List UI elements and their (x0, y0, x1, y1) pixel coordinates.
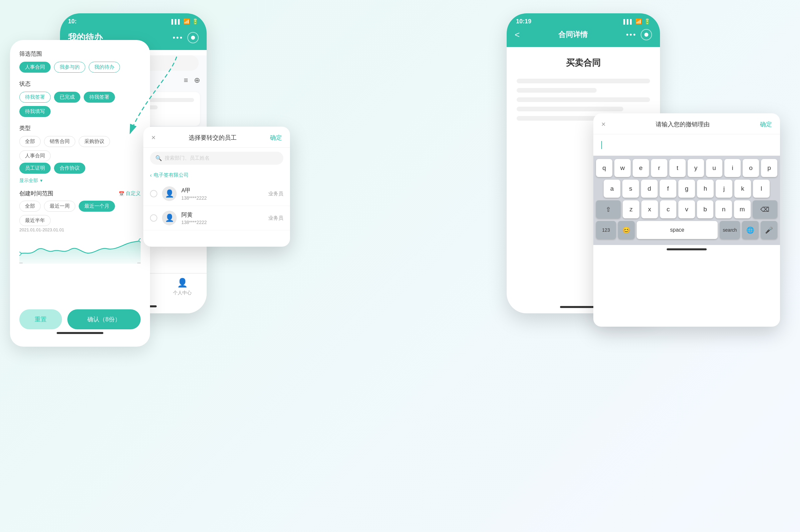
keyboard-close-button[interactable]: × (601, 120, 606, 129)
key-o[interactable]: o (743, 159, 759, 177)
status-time: 10: (68, 18, 77, 25)
key-m[interactable]: m (734, 200, 751, 218)
sort-icon[interactable]: ≡ (184, 76, 188, 85)
key-a[interactable]: a (604, 180, 620, 198)
key-q[interactable]: q (596, 159, 612, 177)
tag-personnel[interactable]: 人事合同 (19, 62, 51, 73)
more-icon[interactable]: ••• (173, 33, 183, 42)
wifi-icon-2: 📶 (635, 18, 642, 25)
company-row[interactable]: ‹ 电子签有限公司 (143, 169, 290, 182)
key-g[interactable]: g (678, 180, 695, 198)
time-custom-link[interactable]: 📅 自定义 (119, 190, 141, 197)
tag-purchase[interactable]: 采购协议 (79, 136, 110, 147)
filter-type-label: 类型 (19, 124, 141, 132)
key-u[interactable]: u (706, 159, 722, 177)
time-month[interactable]: 最近一个月 (79, 201, 115, 212)
employee-select-modal: × 选择要转交的员工 确定 🔍 搜索部门、员工姓名 ‹ 电子签有限公司 👤 A甲… (143, 127, 290, 247)
key-l[interactable]: l (753, 180, 770, 198)
employee-phone-1: 138****2222 (181, 195, 264, 201)
tag-coop[interactable]: 合作协议 (54, 163, 85, 174)
modal-confirm-button[interactable]: 确定 (270, 134, 282, 142)
employee-search-bar[interactable]: 🔍 搜索部门、员工姓名 (150, 152, 283, 165)
employee-name-1: A甲 (181, 187, 264, 194)
keyboard-row-1: q w e r t y u i o p (596, 159, 777, 177)
contract-record-icon[interactable] (641, 29, 652, 40)
employee-radio-2[interactable] (150, 214, 157, 222)
key-globe[interactable]: 🌐 (742, 221, 759, 239)
modal-title: 选择要转交的员工 (189, 134, 237, 142)
contract-time: 10:19 (516, 18, 531, 25)
key-i[interactable]: i (724, 159, 741, 177)
key-b[interactable]: b (697, 200, 714, 218)
keyboard-title: 请输入您的撤销理由 (656, 120, 710, 128)
key-space[interactable]: space (637, 221, 718, 239)
battery-icon-2: 🔋 (644, 18, 651, 25)
employee-radio-1[interactable] (150, 190, 157, 197)
show-all-link[interactable]: 显示全部 ▼ (19, 178, 141, 184)
key-n[interactable]: n (715, 200, 732, 218)
profile-icon: 👤 (177, 278, 188, 288)
text-input-area[interactable] (593, 134, 780, 156)
search-icon-modal: 🔍 (155, 155, 162, 162)
key-p[interactable]: p (761, 159, 777, 177)
svg-point-1 (139, 239, 141, 242)
key-123[interactable]: 123 (596, 221, 616, 239)
employee-modal-header: × 选择要转交的员工 确定 (143, 127, 290, 148)
contract-more-icon[interactable]: ••• (626, 30, 637, 39)
reset-button[interactable]: 重置 (19, 309, 62, 329)
filter-panel-phone: 筛选范围 人事合同 我参与的 我的待办 状态 待我签署 已完成 待我签署 待我填… (10, 40, 150, 347)
filter-icon[interactable]: ⊕ (194, 76, 200, 85)
key-s[interactable]: s (622, 180, 639, 198)
contract-nav-bar: < 合同详情 ••• (507, 25, 660, 47)
employee-search-placeholder: 搜索部门、员工姓名 (165, 155, 210, 162)
key-k[interactable]: k (734, 180, 751, 198)
modal-close-button[interactable]: × (151, 133, 156, 142)
filter-time-label: 创建时间范围 (19, 190, 53, 197)
tab-profile[interactable]: 👤 个人中心 (158, 278, 207, 296)
key-shift[interactable]: ⇧ (596, 200, 621, 218)
time-week[interactable]: 最近一周 (44, 201, 75, 212)
key-x[interactable]: x (641, 200, 658, 218)
employee-row-1[interactable]: 👤 A甲 138****2222 业务员 (143, 182, 290, 206)
time-halfyear[interactable]: 最近半年 (19, 215, 51, 226)
key-t[interactable]: t (669, 159, 686, 177)
key-backspace[interactable]: ⌫ (753, 200, 777, 218)
record-icon[interactable] (187, 32, 199, 43)
key-f[interactable]: f (660, 180, 676, 198)
key-h[interactable]: h (697, 180, 714, 198)
tag-wait-sign[interactable]: 待我签署 (19, 92, 51, 103)
tag-hr[interactable]: 人事合同 (19, 150, 51, 162)
back-button[interactable]: < (515, 30, 520, 40)
time-all[interactable]: 全部 (19, 201, 41, 212)
keyboard-header: × 请输入您的撤销理由 确定 (593, 113, 780, 134)
contract-title: 买卖合同 (517, 57, 650, 69)
key-z[interactable]: z (623, 200, 639, 218)
tag-completed[interactable]: 已完成 (54, 92, 80, 103)
contract-header-icons: ••• (626, 29, 652, 40)
confirm-button[interactable]: 确认（8份） (67, 309, 141, 329)
tag-cert[interactable]: 员工证明 (19, 163, 51, 174)
key-emoji[interactable]: 😊 (618, 221, 635, 239)
tag-pending[interactable]: 我的待办 (89, 62, 120, 73)
keyboard-confirm-button[interactable]: 确定 (760, 120, 772, 128)
tag-wait-countersign[interactable]: 待我签署 (84, 92, 115, 103)
key-c[interactable]: c (660, 200, 677, 218)
filter-time-tags: 全部 最近一周 最近一个月 最近半年 (19, 201, 141, 226)
employee-info-1: A甲 138****2222 (181, 187, 264, 201)
key-v[interactable]: v (678, 200, 695, 218)
employee-avatar-2: 👤 (162, 211, 177, 225)
key-y[interactable]: y (688, 159, 704, 177)
key-mic[interactable]: 🎤 (761, 221, 777, 239)
key-d[interactable]: d (641, 180, 658, 198)
tag-sales[interactable]: 销售合同 (44, 136, 75, 147)
key-w[interactable]: w (614, 159, 631, 177)
employee-row-2[interactable]: 👤 阿黄 138****2222 业务员 (143, 206, 290, 230)
tag-participated[interactable]: 我参与的 (54, 62, 85, 73)
key-search[interactable]: search (720, 221, 740, 239)
tag-wait-fill[interactable]: 待我填写 (19, 106, 51, 117)
key-j[interactable]: j (716, 180, 732, 198)
key-r[interactable]: r (651, 159, 667, 177)
tag-all[interactable]: 全部 (19, 136, 41, 147)
filter-range-label: 筛选范围 (19, 50, 141, 58)
key-e[interactable]: e (633, 159, 649, 177)
